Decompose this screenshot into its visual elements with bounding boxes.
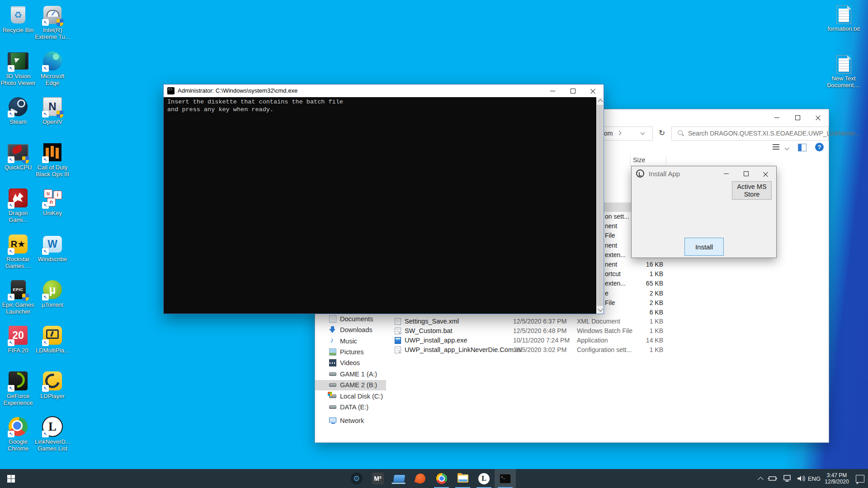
shortcut-arrow-icon bbox=[42, 19, 49, 26]
unikey-key-u: u bbox=[44, 189, 52, 198]
desktop-icon-geforce-experience[interactable]: GeForce Experience bbox=[0, 371, 36, 406]
desktop-icon-call-of-duty[interactable]: Call of Duty Black Ops III bbox=[35, 142, 70, 178]
file-row-fragment[interactable]: nent16 KB bbox=[604, 260, 663, 269]
file-row-uwp-install-app-ini[interactable]: UWP_install_app_LinkNeverDie.Com.ini12/5… bbox=[315, 345, 812, 355]
explorer-maximize-button[interactable] bbox=[787, 109, 808, 126]
taskbar-this-pc-icon[interactable] bbox=[388, 469, 410, 488]
action-center-button[interactable] bbox=[853, 469, 867, 488]
desktop-icon-label: µTorrent bbox=[35, 301, 70, 308]
taskbar-chrome-icon[interactable] bbox=[431, 469, 452, 488]
desktop-icon-formation-txt[interactable]: formation.txt bbox=[822, 5, 865, 32]
view-mode-dropdown-icon[interactable] bbox=[785, 146, 789, 150]
cmd-maximize-button[interactable] bbox=[562, 84, 583, 97]
desktop-icon-recycle-bin[interactable]: Recycle Bin bbox=[0, 5, 36, 33]
desktop-icon-windscribe[interactable]: W Windscribe bbox=[35, 234, 70, 263]
desktop-icon-3d-vision-photo-viewer[interactable]: 3D Vision Photo Viewer bbox=[0, 51, 36, 86]
taskbar-origin-icon[interactable] bbox=[410, 469, 431, 488]
preview-pane-icon[interactable] bbox=[798, 144, 807, 151]
scrollbar-thumb[interactable] bbox=[597, 105, 603, 306]
desktop-icon-new-text-document[interactable]: New Text Document.... bbox=[822, 55, 865, 89]
cmd-minimize-button[interactable] bbox=[542, 84, 563, 97]
file-row-sw-custom-bat[interactable]: SW_Custom.bat12/5/2020 6:48 PM Windows B… bbox=[315, 326, 812, 336]
shortcut-arrow-icon bbox=[42, 339, 49, 346]
music-icon bbox=[329, 338, 336, 345]
address-dropdown-icon[interactable] bbox=[641, 131, 645, 135]
file-row-fragment[interactable]: 6 KB bbox=[604, 308, 663, 317]
shortcut-arrow-icon bbox=[8, 111, 14, 117]
desktop-icon-label: Google Chrome bbox=[0, 438, 36, 452]
tray-network-icon[interactable] bbox=[780, 469, 794, 488]
scroll-up-icon[interactable] bbox=[598, 99, 603, 104]
view-mode-icon[interactable] bbox=[773, 144, 779, 150]
file-row-settings-save-xml[interactable]: Settings_Save.xml12/5/2020 6:37 PM XML D… bbox=[315, 317, 812, 326]
sidebar-item-documents[interactable]: Documents bbox=[315, 314, 386, 324]
shortcut-arrow-icon bbox=[8, 431, 14, 437]
desktop-icon-label: Epic Games Launcher bbox=[0, 301, 36, 315]
sidebar-item-data-e[interactable]: DATA (E:) bbox=[315, 402, 386, 413]
desktop-icon-microsoft-edge[interactable]: Microsoft Edge bbox=[35, 51, 70, 86]
breadcrumb[interactable]: om bbox=[604, 130, 613, 137]
file-row-fragment[interactable]: exten...65 KB bbox=[604, 279, 663, 288]
taskbar-m2-app-icon[interactable]: M² bbox=[367, 469, 388, 488]
tray-battery-icon[interactable] bbox=[766, 469, 779, 488]
active-ms-store-button[interactable]: Active MS Store bbox=[732, 181, 772, 200]
taskbar-cheat-engine-icon[interactable] bbox=[346, 469, 367, 488]
desktop-icon-utorrent[interactable]: µ µTorrent bbox=[35, 279, 70, 308]
desktop-icon-google-chrome[interactable]: Google Chrome bbox=[0, 416, 36, 452]
explorer-minimize-button[interactable] bbox=[766, 109, 787, 126]
desktop-icon-dragon-gaming[interactable]: Dragon Gami... bbox=[0, 188, 36, 223]
help-icon[interactable]: ? bbox=[815, 143, 824, 151]
desktop-icon-unikey[interactable]: u i n UniKey bbox=[35, 188, 70, 216]
shortcut-arrow-icon bbox=[8, 294, 14, 300]
scroll-down-icon[interactable] bbox=[598, 306, 603, 311]
tray-show-hidden-icons[interactable] bbox=[755, 469, 766, 488]
dialog-minimize-button[interactable] bbox=[716, 166, 736, 181]
tray-volume-icon[interactable] bbox=[795, 469, 807, 488]
desktop-icon-quickcpu[interactable]: QuickCPU bbox=[0, 142, 36, 171]
taskbar-cmd-icon[interactable]: >_ bbox=[495, 469, 516, 488]
dialog-maximize-button[interactable] bbox=[736, 166, 756, 181]
file-row-uwp-install-app-exe[interactable]: UWP_install_app.exe10/11/2020 7:24 PM Ap… bbox=[315, 336, 812, 345]
desktop-icon-steam[interactable]: Steam bbox=[0, 96, 36, 125]
start-button[interactable] bbox=[0, 469, 22, 488]
sidebar-item-videos[interactable]: Videos bbox=[315, 358, 386, 368]
column-separator[interactable] bbox=[630, 155, 631, 166]
desktop-icon-epic-games[interactable]: EPIC Epic Games Launcher bbox=[0, 279, 36, 315]
taskbar-linkneverdie-icon[interactable]: L bbox=[473, 469, 495, 488]
desktop-icon-ldmultiplayer[interactable]: LDMultiPla... bbox=[35, 325, 70, 354]
cmd-close-button[interactable] bbox=[583, 84, 604, 97]
sidebar-item-music[interactable]: Music bbox=[315, 336, 386, 347]
text-file-icon bbox=[836, 5, 851, 24]
desktop-icon-label: formation.txt bbox=[822, 25, 865, 32]
column-header-size[interactable]: Size bbox=[633, 156, 645, 164]
explorer-close-button[interactable] bbox=[808, 109, 829, 126]
file-row-fragment[interactable]: e2 KB bbox=[604, 289, 663, 298]
desktop-icon-ldplayer[interactable]: LDPlayer bbox=[35, 371, 70, 399]
sidebar-item-pictures[interactable]: Pictures bbox=[315, 347, 386, 357]
desktop-icon-openiv[interactable]: N OpenIV bbox=[35, 96, 70, 125]
tray-language-indicator[interactable]: ENG bbox=[807, 469, 822, 488]
sidebar-item-network[interactable]: Network bbox=[315, 416, 386, 426]
cmd-scrollbar[interactable] bbox=[596, 97, 604, 314]
sidebar-item-local-disk-c[interactable]: Local Disk (C:) bbox=[315, 391, 386, 402]
sidebar-item-game2-b[interactable]: GAME 2 (B:) bbox=[315, 380, 386, 390]
desktop-icon-intel-extreme-tuning[interactable]: Intel(R) Extreme Tu... bbox=[35, 5, 70, 40]
search-box[interactable]: Search DRAGON.QUEST.XI.S.EOAEADE.UWP_Lin… bbox=[671, 127, 829, 141]
desktop-icon-linkneverdie-games-list[interactable]: L LinkNeverD... Games List bbox=[35, 416, 70, 452]
dialog-close-button[interactable] bbox=[755, 166, 776, 181]
dialog-title-bar[interactable]: L Install App bbox=[632, 166, 776, 181]
desktop-icon-rockstar-games[interactable]: R★ Rockstar Games ... bbox=[0, 234, 36, 269]
shortcut-arrow-icon bbox=[42, 65, 49, 72]
tray-clock[interactable]: 3:47 PM 12/9/2020 bbox=[822, 469, 852, 488]
file-row-fragment[interactable]: ortcut1 KB bbox=[604, 269, 663, 279]
cmd-title-bar[interactable]: Administrator: C:\Windows\system32\cmd.e… bbox=[164, 84, 604, 97]
desktop-icon-fifa-20[interactable]: 20 FIFA 20 bbox=[0, 325, 36, 354]
file-row-fragment[interactable]: File2 KB bbox=[604, 298, 663, 308]
recycle-bin-icon bbox=[11, 6, 25, 23]
install-button[interactable]: Install bbox=[684, 238, 724, 256]
sidebar-item-downloads[interactable]: Downloads bbox=[315, 325, 386, 335]
sidebar-item-game1-a[interactable]: GAME 1 (A:) bbox=[315, 369, 386, 380]
taskbar-file-explorer-icon[interactable] bbox=[452, 469, 473, 488]
column-separator[interactable] bbox=[666, 155, 666, 166]
refresh-button[interactable]: ↻ bbox=[653, 127, 670, 140]
